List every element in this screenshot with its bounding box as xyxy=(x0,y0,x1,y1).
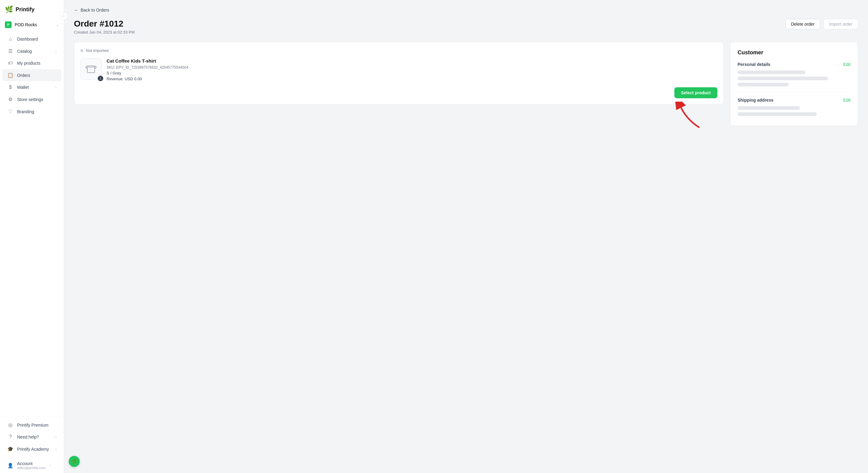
back-label: Back to Orders xyxy=(81,8,109,12)
order-header: Order #1012 Created Jan 04, 2023 at 02:3… xyxy=(74,19,858,34)
store-name: POD Rocks xyxy=(15,22,53,27)
back-to-orders-link[interactable]: ← Back to Orders xyxy=(74,7,858,13)
blurred-personal-line-1 xyxy=(738,70,805,74)
status-dot xyxy=(80,49,83,52)
product-thumbnail: 1 xyxy=(80,58,102,80)
sidebar-item-catalog[interactable]: ☰ Catalog › xyxy=(2,45,61,57)
app-name: Printify xyxy=(16,6,34,13)
dashboard-icon: ⌂ xyxy=(7,36,13,42)
order-card: Not imported 1 Cat Coff xyxy=(74,42,724,105)
wallet-chevron-icon: › xyxy=(55,86,57,89)
orders-icon: 📋 xyxy=(7,72,13,78)
sidebar-item-label: Need help? xyxy=(17,435,52,439)
content-grid: Not imported 1 Cat Coff xyxy=(74,42,858,129)
catalog-icon: ☰ xyxy=(7,48,13,54)
blurred-personal-line-3 xyxy=(738,83,788,87)
red-arrow-annotation xyxy=(675,102,706,129)
academy-chevron-icon: › xyxy=(55,447,57,451)
my-products-icon: 🏷 xyxy=(7,60,13,66)
logo-icon: 🌿 xyxy=(5,5,13,13)
personal-edit-link[interactable]: Edit xyxy=(843,62,850,67)
product-info: Cat Coffee Kids T-shirt SKU: EPV_ID_7253… xyxy=(106,58,717,81)
premium-icon: ◎ xyxy=(7,422,13,428)
academy-icon: 🎓 xyxy=(7,446,13,452)
customer-card: Customer Personal details Edit Shipping … xyxy=(730,42,858,126)
sidebar-item-store-settings[interactable]: ⚙ Store settings xyxy=(2,93,61,105)
account-email: video@printify.com xyxy=(17,466,45,470)
account-icon: 👤 xyxy=(7,463,13,468)
shipping-address-label: Shipping address xyxy=(738,98,773,103)
import-order-button: Import order xyxy=(824,19,858,29)
sidebar-item-printify-premium[interactable]: ◎ Printify Premium xyxy=(2,419,61,431)
sidebar-item-label: Branding xyxy=(17,109,57,114)
sidebar-bottom-items: ◎ Printify Premium ? Need help? › 🎓 Prin… xyxy=(0,419,64,458)
product-name: Cat Coffee Kids T-shirt xyxy=(106,58,717,64)
select-product-button[interactable]: Select product xyxy=(674,87,717,98)
main-nav: ⌂ Dashboard ☰ Catalog › 🏷 My products 📋 … xyxy=(0,33,64,118)
sidebar-item-my-products[interactable]: 🏷 My products xyxy=(2,57,61,69)
sidebar-item-wallet[interactable]: $ Wallet › xyxy=(2,81,61,93)
sidebar-item-label: Store settings xyxy=(17,97,57,102)
order-status-row: Not imported xyxy=(80,48,717,53)
account-chevron-icon: › xyxy=(49,464,51,467)
svg-rect-1 xyxy=(89,66,93,67)
order-title: Order #1012 xyxy=(74,19,135,29)
sidebar-item-label: My products xyxy=(17,61,57,66)
order-info: Order #1012 Created Jan 04, 2023 at 02:3… xyxy=(74,19,135,34)
order-status: Not imported xyxy=(86,48,108,53)
sidebar-item-dashboard[interactable]: ⌂ Dashboard xyxy=(2,33,61,45)
shipping-address-header: Shipping address Edit xyxy=(738,98,850,103)
store-selector[interactable]: P POD Rocks ⌄ xyxy=(0,19,64,31)
catalog-chevron-icon: › xyxy=(55,49,57,53)
delete-order-button[interactable]: Delete order xyxy=(785,19,820,29)
account-info: Account video@printify.com xyxy=(17,461,45,470)
back-arrow-icon: ← xyxy=(74,7,79,13)
sidebar-toggle[interactable]: ‹ xyxy=(60,12,67,20)
sidebar-item-label: Printify Academy xyxy=(17,447,52,452)
store-icon: P xyxy=(5,21,11,28)
sidebar-item-branding[interactable]: ♡ Branding xyxy=(2,106,61,117)
bottom-float-button[interactable]: 🌿 xyxy=(69,456,80,467)
tshirt-icon xyxy=(86,64,96,74)
help-icon: ? xyxy=(7,434,13,440)
sidebar-item-account[interactable]: 👤 Account video@printify.com › xyxy=(2,458,61,473)
store-settings-icon: ⚙ xyxy=(7,96,13,102)
help-chevron-icon: › xyxy=(55,435,57,439)
store-chevron-icon: ⌄ xyxy=(56,23,59,27)
customer-title: Customer xyxy=(738,49,850,56)
sidebar-item-need-help[interactable]: ? Need help? › xyxy=(2,431,61,443)
blurred-personal-line-2 xyxy=(738,77,828,80)
sidebar: ‹ 🌿 Printify P POD Rocks ⌄ ⌂ Dashboard ☰… xyxy=(0,0,64,473)
wallet-icon: $ xyxy=(7,85,13,90)
product-row: 1 Cat Coffee Kids T-shirt SKU: EPV_ID_72… xyxy=(80,58,717,81)
order-section: Not imported 1 Cat Coff xyxy=(74,42,724,129)
account-label: Account xyxy=(17,461,33,466)
product-quantity-badge: 1 xyxy=(98,76,103,81)
order-date: Created Jan 04, 2023 at 02:33 PM xyxy=(74,30,135,34)
main-content: ← Back to Orders Order #1012 Created Jan… xyxy=(64,0,868,473)
sidebar-item-label: Dashboard xyxy=(17,37,57,41)
personal-details-header: Personal details Edit xyxy=(738,62,850,67)
sidebar-item-label: Orders xyxy=(17,73,57,78)
sidebar-bottom: ◎ Printify Premium ? Need help? › 🎓 Prin… xyxy=(0,416,64,473)
blurred-shipping-line-2 xyxy=(738,112,817,116)
sidebar-item-label: Printify Premium xyxy=(17,423,57,428)
product-variant: S / Grey xyxy=(106,71,717,75)
personal-details-label: Personal details xyxy=(738,62,770,67)
blurred-shipping-line-1 xyxy=(738,106,800,110)
shipping-edit-link[interactable]: Edit xyxy=(843,98,850,103)
order-actions: Delete order Import order xyxy=(785,19,858,29)
annotation-arrow-container xyxy=(74,102,724,129)
product-sku: SKU: EPV_ID_7253897576632_42045775544504 xyxy=(106,65,717,70)
sidebar-item-orders[interactable]: 📋 Orders xyxy=(2,69,61,81)
divider xyxy=(738,92,850,92)
branding-icon: ♡ xyxy=(7,109,13,114)
product-revenue: Revenue: USD 0.00 xyxy=(106,77,717,81)
sidebar-item-label: Wallet xyxy=(17,85,52,90)
sidebar-item-printify-academy[interactable]: 🎓 Printify Academy › xyxy=(2,443,61,455)
sidebar-item-label: Catalog xyxy=(17,49,52,54)
sidebar-logo: 🌿 Printify xyxy=(0,0,64,19)
